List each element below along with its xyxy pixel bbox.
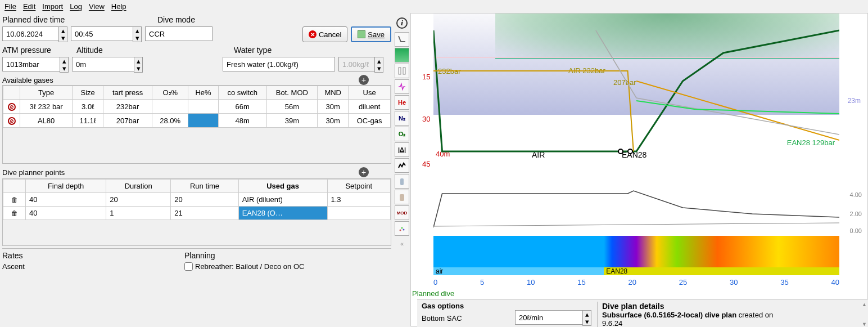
- atm-input[interactable]: ▴▾: [2, 57, 69, 73]
- tool-sac-icon[interactable]: [395, 158, 409, 173]
- save-icon: [358, 30, 365, 38]
- delete-icon[interactable]: 🗑: [11, 209, 18, 217]
- tool-scale-icon[interactable]: |Δ|: [395, 142, 409, 157]
- planner-points-label: Dive planner points: [2, 168, 65, 177]
- time-input[interactable]: ▴▾: [71, 26, 142, 42]
- tool-mod-icon[interactable]: MOD: [395, 205, 409, 220]
- save-button[interactable]: Save: [351, 26, 391, 42]
- svg-point-6: [403, 229, 405, 231]
- tissue-heatmap: air EAN28: [433, 236, 839, 275]
- tool-he-icon[interactable]: He: [395, 95, 409, 110]
- tool-heartrate-icon[interactable]: [395, 79, 409, 94]
- dive-plan-details-label: Dive plan details: [602, 302, 864, 311]
- svg-rect-1: [403, 68, 405, 74]
- tool-deco-icon[interactable]: [395, 221, 409, 236]
- add-gas-button[interactable]: +: [359, 75, 369, 85]
- altitude-input[interactable]: ▴▾: [72, 57, 143, 73]
- menu-edit[interactable]: Edit: [23, 2, 35, 11]
- svg-rect-2: [400, 178, 404, 185]
- tool-ceiling-icon[interactable]: [395, 48, 409, 62]
- dive-plan-details-text: Subsurface (6.0.5165-2-local) dive plan …: [602, 311, 864, 327]
- ascent-label: Ascent: [2, 262, 182, 271]
- density-input: ▴▾: [338, 57, 383, 73]
- date-input[interactable]: ▴▾: [2, 26, 67, 42]
- point-row[interactable]: 🗑 402020 AIR (diluent)1.3: [3, 193, 391, 207]
- svg-point-4: [400, 230, 401, 231]
- bailout-label: Rebreather: Bailout / Deco on OC: [195, 262, 304, 271]
- points-table: Final depth Duration Run time Used gas S…: [3, 179, 391, 220]
- menu-file[interactable]: File: [4, 2, 16, 11]
- available-gases-label: Available gases: [2, 76, 53, 84]
- waypoint-marker[interactable]: [618, 149, 623, 154]
- menu-help[interactable]: Help: [111, 2, 126, 11]
- info-icon[interactable]: i: [396, 17, 408, 29]
- menu-view[interactable]: View: [89, 2, 105, 11]
- details-scroll-up[interactable]: ▲: [862, 302, 867, 307]
- point-row[interactable]: 🗑 40121 EAN28 (O…: [3, 207, 391, 220]
- svg-rect-0: [399, 68, 401, 74]
- bailout-checkbox[interactable]: [184, 262, 193, 271]
- details-scroll-down[interactable]: ▼: [862, 321, 867, 327]
- planned-dive-time-label: Planned dive time: [2, 15, 73, 24]
- add-point-button[interactable]: +: [359, 167, 369, 177]
- svg-rect-3: [400, 194, 404, 201]
- collapse-toolbar-icon[interactable]: «: [395, 240, 409, 247]
- svg-point-5: [401, 227, 403, 229]
- dive-mode-label: Dive mode: [157, 15, 195, 24]
- dive-mode-select[interactable]: CCR: [145, 26, 213, 41]
- cancel-button[interactable]: ✕Cancel: [302, 26, 347, 42]
- planned-dive-label: Planned dive: [412, 289, 454, 298]
- close-icon: ✕: [309, 30, 317, 38]
- rates-label: Rates: [2, 251, 182, 260]
- menu-log[interactable]: Log: [70, 2, 82, 11]
- delete-icon[interactable]: 🗑: [11, 196, 18, 204]
- gases-table: Type Size tart press O₂% He% co switch B…: [3, 86, 391, 128]
- tool-n2-icon[interactable]: N₂: [395, 111, 409, 126]
- gas-options-label: Gas options: [422, 302, 593, 310]
- dive-profile-graph[interactable]: GF 50/70 15 30 45 40m 232bar AIR 232bar …: [410, 13, 868, 326]
- bottom-sac-input[interactable]: ▴▾: [515, 310, 591, 326]
- menu-import[interactable]: Import: [42, 2, 63, 11]
- water-type-select[interactable]: Fresh water (1.00kg/ℓ): [223, 57, 335, 71]
- tool-3m-icon[interactable]: [395, 64, 409, 78]
- bottom-sac-label: Bottom SAC: [422, 314, 512, 322]
- water-type-label: Water type: [234, 46, 272, 55]
- planning-label: Planning: [184, 251, 391, 260]
- tool-profile-icon[interactable]: [395, 32, 409, 47]
- gas-row[interactable]: ⊘ 3ℓ 232 bar3.0ℓ232bar 66m56m30mdiluent: [3, 100, 391, 114]
- delete-icon[interactable]: ⊘: [8, 103, 16, 111]
- tool-tissue-icon[interactable]: [395, 190, 409, 204]
- delete-icon[interactable]: ⊘: [8, 117, 16, 125]
- waypoint-marker[interactable]: [627, 149, 633, 154]
- time-axis: 0510152025303540: [433, 278, 839, 289]
- tool-o2-icon[interactable]: O₂: [395, 127, 409, 141]
- gas-row[interactable]: ⊘ AL8011.1ℓ207bar28.0% 48m39m30mOC-gas: [3, 114, 391, 128]
- tool-tank-icon[interactable]: [395, 174, 409, 189]
- atm-label: ATM pressure: [2, 46, 73, 55]
- altitude-label: Altitude: [76, 46, 154, 55]
